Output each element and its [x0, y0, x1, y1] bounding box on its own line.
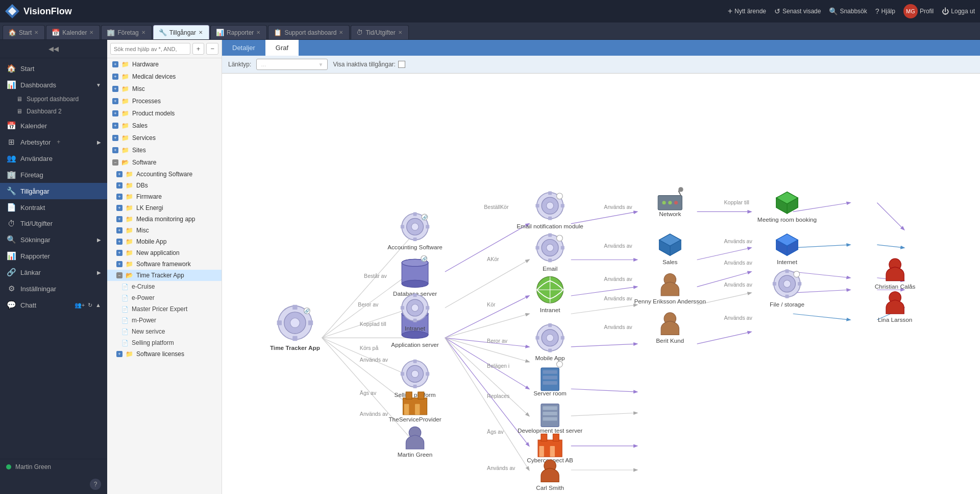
- tab-bar: 🏠 Start ✕ 📅 Kalender ✕ 🏢 Företag ✕ 🔧 Til…: [0, 22, 980, 40]
- sidebar-item-tid-utgifter[interactable]: ⏱ Tid/Utgifter: [0, 216, 107, 231]
- sidebar-item-support-dashboard[interactable]: 🖥 Support dashboard: [0, 93, 107, 105]
- subfolder-time-tracker[interactable]: − 📂 Time Tracker App: [107, 270, 222, 281]
- tab-support-dashboard[interactable]: 📋 Support dashboard ✕: [268, 25, 350, 39]
- sidebar-item-chatt[interactable]: 💬 Chatt 👥+ ↻ ▲: [0, 297, 107, 313]
- sidebar-toggle[interactable]: ◀◀: [0, 40, 107, 58]
- sidebar-item-anvandare[interactable]: 👥 Användare: [0, 150, 107, 167]
- quick-search-action[interactable]: 🔍 Snabbsök: [829, 7, 867, 15]
- refresh-chat-icon[interactable]: ↻: [88, 302, 92, 309]
- tab-support-close[interactable]: ✕: [339, 30, 343, 35]
- asset-search-remove-btn[interactable]: −: [206, 43, 218, 55]
- item-e-power[interactable]: 📄 e-Power: [107, 292, 222, 303]
- sidebar-item-foretag[interactable]: 🏢 Företag: [0, 167, 107, 183]
- folder-misc[interactable]: + 📁 Misc: [107, 83, 222, 95]
- sidebar-item-rapporter[interactable]: 📊 Rapporter: [0, 248, 107, 264]
- subfolder-misc-sw[interactable]: + 📁 Misc: [107, 225, 222, 236]
- expand-processes[interactable]: +: [112, 98, 118, 104]
- node-intranet-left[interactable]: Intranet: [401, 293, 429, 332]
- item-m-power[interactable]: 📄 m-Power: [107, 315, 222, 326]
- expand-chat-icon[interactable]: ▲: [95, 302, 101, 309]
- help-action[interactable]: ? Hjälp: [875, 7, 895, 15]
- subfolder-dbs[interactable]: + 📁 DBs: [107, 180, 222, 191]
- folder-services[interactable]: + 📁 Services: [107, 132, 222, 144]
- tab-foretag-close[interactable]: ✕: [141, 30, 145, 35]
- expand-sales[interactable]: +: [112, 123, 118, 129]
- folder-hardware[interactable]: + 📁 Hardware: [107, 58, 222, 70]
- node-internet[interactable]: Internet: [776, 234, 798, 265]
- show-inactive-checkbox[interactable]: [398, 61, 405, 68]
- subfolder-lk-energi[interactable]: + 📁 LK Energi: [107, 202, 222, 214]
- subfolder-sw-licenses[interactable]: + 📁 Software licenses: [107, 348, 222, 360]
- folder-sites[interactable]: + 📁 Sites: [107, 144, 222, 156]
- subfolder-firmware[interactable]: + 📁 Firmware: [107, 191, 222, 202]
- expand-media[interactable]: +: [116, 216, 122, 222]
- sidebar-item-dashboard2[interactable]: 🖥 Dashboard 2: [0, 105, 107, 117]
- sidebar-item-arbetsytor[interactable]: ⊞ Arbetsytor + ▶: [0, 134, 107, 150]
- subfolder-media[interactable]: + 📁 Media monitoring app: [107, 214, 222, 225]
- new-ticket-action[interactable]: + Nytt ärende: [728, 7, 766, 16]
- sidebar-item-kontrakt[interactable]: 📄 Kontrakt: [0, 199, 107, 216]
- expand-time-tracker[interactable]: −: [116, 272, 122, 278]
- tab-kalender-close[interactable]: ✕: [89, 30, 93, 35]
- arbetsytor-plus[interactable]: +: [57, 138, 60, 146]
- node-intranet-mid[interactable]: Intranet: [537, 276, 564, 313]
- subfolder-mobile[interactable]: + 📁 Mobile App: [107, 236, 222, 247]
- subfolder-new-app[interactable]: + 📁 New application: [107, 247, 222, 258]
- expand-software[interactable]: −: [112, 159, 118, 166]
- folder-medical[interactable]: + 📁 Medical devices: [107, 70, 222, 83]
- expand-lk-energi[interactable]: +: [116, 205, 122, 211]
- help-circle[interactable]: ?: [90, 479, 101, 490]
- link-type-select[interactable]: ... ▼: [256, 59, 328, 70]
- folder-sales[interactable]: + 📁 Sales: [107, 120, 222, 132]
- expand-misc[interactable]: +: [112, 86, 118, 92]
- expand-new-app[interactable]: +: [116, 250, 122, 256]
- sidebar-item-tillgangar[interactable]: 🔧 Tillgångar: [0, 183, 107, 199]
- recently-viewed-action[interactable]: ↺ Senast visade: [774, 7, 821, 15]
- item-new-service[interactable]: 📄 New serivce: [107, 326, 222, 337]
- tab-rapporter-close[interactable]: ✕: [256, 30, 260, 35]
- tab-tillgangar-close[interactable]: ✕: [199, 30, 203, 35]
- item-selling-platform[interactable]: 📄 Selling platform: [107, 337, 222, 348]
- item-e-cruise[interactable]: 📄 e-Cruise: [107, 281, 222, 292]
- asset-search-add-btn[interactable]: +: [192, 43, 205, 55]
- expand-accounting[interactable]: +: [116, 171, 122, 177]
- expand-sites[interactable]: +: [112, 147, 118, 153]
- profile-action[interactable]: MG Profil: [903, 4, 934, 18]
- sidebar-item-installningar[interactable]: ⚙ Inställningar: [0, 280, 107, 297]
- tab-tid-close[interactable]: ✕: [398, 30, 402, 35]
- expand-dbs[interactable]: +: [116, 182, 122, 189]
- subfolder-accounting[interactable]: + 📁 Accounting Software: [107, 169, 222, 180]
- logout-action[interactable]: ⏻ Logga ut: [942, 7, 975, 15]
- folder-processes[interactable]: + 📁 Processes: [107, 95, 222, 107]
- expand-sw-framework[interactable]: +: [116, 261, 122, 267]
- sidebar-item-dashboards[interactable]: 📊 Dashboards ▼: [0, 77, 107, 93]
- expand-hardware[interactable]: +: [112, 61, 118, 67]
- expand-mobile[interactable]: +: [116, 239, 122, 245]
- tab-tid-utgifter[interactable]: ⏱ Tid/Utgifter ✕: [351, 25, 408, 39]
- item-master-pricer[interactable]: 📄 Master Pricer Expert: [107, 303, 222, 315]
- sidebar-item-start[interactable]: 🏠 Start: [0, 60, 107, 77]
- app-logo[interactable]: VisionFlow: [5, 4, 72, 18]
- expand-medical[interactable]: +: [112, 74, 118, 80]
- add-chat-icon[interactable]: 👥+: [75, 302, 85, 309]
- expand-misc-sw[interactable]: +: [116, 227, 122, 233]
- tab-rapporter[interactable]: 📊 Rapporter ✕: [210, 25, 267, 39]
- tab-foretag[interactable]: 🏢 Företag ✕: [101, 25, 152, 39]
- sidebar-item-kalender[interactable]: 📅 Kalender: [0, 117, 107, 134]
- sidebar-item-sokningar[interactable]: 🔍 Sökningar ▶: [0, 231, 107, 248]
- sidebar-item-lankar[interactable]: 🔗 Länkar ▶: [0, 264, 107, 280]
- expand-services[interactable]: +: [112, 135, 118, 141]
- asset-search-input[interactable]: [110, 43, 190, 55]
- folder-product-models[interactable]: + 📁 Product models: [107, 107, 222, 120]
- tab-graf[interactable]: Graf: [265, 40, 299, 56]
- expand-firmware[interactable]: +: [116, 194, 122, 200]
- tab-start[interactable]: 🏠 Start ✕: [3, 25, 45, 39]
- subfolder-software-framework[interactable]: + 📁 Software framework: [107, 258, 222, 270]
- tab-kalender[interactable]: 📅 Kalender ✕: [46, 25, 100, 39]
- tab-start-close[interactable]: ✕: [34, 30, 38, 35]
- tab-tillgangar[interactable]: 🔧 Tillgångar ✕: [153, 25, 209, 39]
- tab-detaljer[interactable]: Detaljer: [222, 40, 265, 56]
- folder-software[interactable]: − 📂 Software: [107, 156, 222, 169]
- expand-sw-licenses[interactable]: +: [116, 351, 122, 357]
- expand-product-models[interactable]: +: [112, 110, 118, 116]
